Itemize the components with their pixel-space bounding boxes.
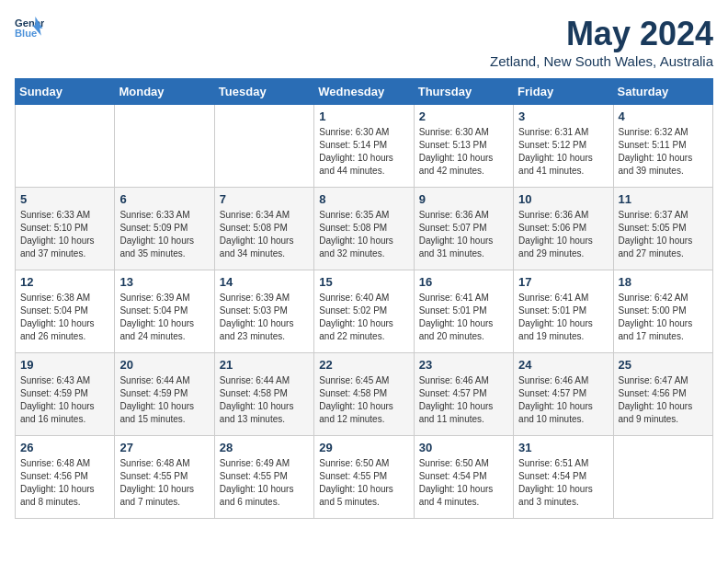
weekday-header-row: SundayMondayTuesdayWednesdayThursdayFrid…	[16, 79, 713, 105]
weekday-header-tuesday: Tuesday	[214, 79, 313, 105]
day-number: 14	[220, 275, 309, 289]
day-number: 20	[119, 358, 209, 372]
calendar-cell: 6Sunrise: 6:33 AM Sunset: 5:09 PM Daylig…	[115, 188, 214, 270]
weekday-header-monday: Monday	[115, 79, 214, 105]
calendar-cell: 16Sunrise: 6:41 AM Sunset: 5:01 PM Dayli…	[414, 270, 513, 353]
day-info: Sunrise: 6:37 AM Sunset: 5:05 PM Dayligh…	[619, 209, 708, 260]
day-number: 12	[20, 275, 109, 289]
week-row-5: 26Sunrise: 6:48 AM Sunset: 4:56 PM Dayli…	[16, 436, 713, 519]
calendar-cell: 29Sunrise: 6:50 AM Sunset: 4:55 PM Dayli…	[314, 436, 414, 519]
day-number: 11	[619, 192, 708, 206]
calendar-cell	[214, 105, 313, 188]
day-info: Sunrise: 6:42 AM Sunset: 5:00 PM Dayligh…	[619, 292, 708, 343]
day-info: Sunrise: 6:35 AM Sunset: 5:08 PM Dayligh…	[319, 209, 408, 260]
weekday-header-sunday: Sunday	[16, 79, 115, 105]
calendar-cell: 4Sunrise: 6:32 AM Sunset: 5:11 PM Daylig…	[613, 105, 712, 188]
day-info: Sunrise: 6:34 AM Sunset: 5:08 PM Dayligh…	[220, 209, 309, 260]
calendar-cell: 23Sunrise: 6:46 AM Sunset: 4:57 PM Dayli…	[414, 353, 513, 436]
logo: General Blue	[15, 15, 44, 40]
weekday-header-thursday: Thursday	[414, 79, 513, 105]
day-info: Sunrise: 6:41 AM Sunset: 5:01 PM Dayligh…	[518, 292, 608, 343]
day-info: Sunrise: 6:49 AM Sunset: 4:55 PM Dayligh…	[220, 457, 309, 509]
day-number: 13	[119, 275, 209, 289]
calendar-cell: 27Sunrise: 6:48 AM Sunset: 4:55 PM Dayli…	[115, 436, 214, 519]
svg-text:Blue: Blue	[15, 28, 37, 39]
day-info: Sunrise: 6:43 AM Sunset: 4:59 PM Dayligh…	[20, 374, 109, 426]
week-row-3: 12Sunrise: 6:38 AM Sunset: 5:04 PM Dayli…	[16, 270, 713, 353]
day-number: 21	[220, 358, 309, 372]
calendar-cell: 21Sunrise: 6:44 AM Sunset: 4:58 PM Dayli…	[214, 353, 313, 436]
day-number: 23	[419, 358, 508, 372]
logo-icon: General Blue	[15, 15, 44, 40]
day-number: 18	[619, 275, 708, 289]
day-number: 22	[319, 358, 408, 372]
day-number: 7	[220, 192, 309, 206]
day-info: Sunrise: 6:44 AM Sunset: 4:58 PM Dayligh…	[220, 374, 309, 426]
title-block: May 2024 Zetland, New South Wales, Austr…	[490, 15, 713, 69]
day-info: Sunrise: 6:50 AM Sunset: 4:54 PM Dayligh…	[419, 457, 508, 509]
day-number: 29	[319, 441, 408, 454]
page-header: General Blue May 2024 Zetland, New South…	[15, 15, 713, 69]
weekday-header-saturday: Saturday	[613, 79, 712, 105]
day-info: Sunrise: 6:44 AM Sunset: 4:59 PM Dayligh…	[119, 374, 209, 426]
weekday-header-friday: Friday	[514, 79, 613, 105]
calendar-cell	[115, 105, 214, 188]
day-number: 6	[119, 192, 209, 206]
day-info: Sunrise: 6:41 AM Sunset: 5:01 PM Dayligh…	[419, 292, 508, 343]
day-info: Sunrise: 6:31 AM Sunset: 5:12 PM Dayligh…	[518, 126, 608, 178]
day-number: 15	[319, 275, 408, 289]
day-number: 26	[20, 441, 109, 454]
day-info: Sunrise: 6:48 AM Sunset: 4:55 PM Dayligh…	[119, 457, 209, 509]
calendar-cell: 19Sunrise: 6:43 AM Sunset: 4:59 PM Dayli…	[16, 353, 115, 436]
week-row-1: 1Sunrise: 6:30 AM Sunset: 5:14 PM Daylig…	[16, 105, 713, 188]
day-info: Sunrise: 6:40 AM Sunset: 5:02 PM Dayligh…	[319, 292, 408, 343]
day-info: Sunrise: 6:33 AM Sunset: 5:10 PM Dayligh…	[20, 209, 109, 260]
day-number: 9	[419, 192, 508, 206]
calendar-cell: 26Sunrise: 6:48 AM Sunset: 4:56 PM Dayli…	[16, 436, 115, 519]
day-number: 17	[518, 275, 608, 289]
day-number: 4	[619, 109, 708, 123]
day-number: 24	[518, 358, 608, 372]
day-info: Sunrise: 6:50 AM Sunset: 4:55 PM Dayligh…	[319, 457, 408, 509]
day-number: 28	[220, 441, 309, 454]
calendar-cell: 30Sunrise: 6:50 AM Sunset: 4:54 PM Dayli…	[414, 436, 513, 519]
calendar-cell: 11Sunrise: 6:37 AM Sunset: 5:05 PM Dayli…	[613, 188, 712, 270]
day-info: Sunrise: 6:45 AM Sunset: 4:58 PM Dayligh…	[319, 374, 408, 426]
calendar-cell: 13Sunrise: 6:39 AM Sunset: 5:04 PM Dayli…	[115, 270, 214, 353]
calendar-cell: 10Sunrise: 6:36 AM Sunset: 5:06 PM Dayli…	[514, 188, 613, 270]
day-info: Sunrise: 6:30 AM Sunset: 5:13 PM Dayligh…	[419, 126, 508, 178]
calendar-cell: 9Sunrise: 6:36 AM Sunset: 5:07 PM Daylig…	[414, 188, 513, 270]
day-number: 19	[20, 358, 109, 372]
calendar-cell: 28Sunrise: 6:49 AM Sunset: 4:55 PM Dayli…	[214, 436, 313, 519]
calendar-cell: 7Sunrise: 6:34 AM Sunset: 5:08 PM Daylig…	[214, 188, 313, 270]
calendar-cell: 24Sunrise: 6:46 AM Sunset: 4:57 PM Dayli…	[514, 353, 613, 436]
day-info: Sunrise: 6:33 AM Sunset: 5:09 PM Dayligh…	[119, 209, 209, 260]
calendar-cell: 20Sunrise: 6:44 AM Sunset: 4:59 PM Dayli…	[115, 353, 214, 436]
calendar-cell: 15Sunrise: 6:40 AM Sunset: 5:02 PM Dayli…	[314, 270, 414, 353]
day-number: 31	[518, 441, 608, 454]
calendar-cell: 1Sunrise: 6:30 AM Sunset: 5:14 PM Daylig…	[314, 105, 414, 188]
day-info: Sunrise: 6:48 AM Sunset: 4:56 PM Dayligh…	[20, 457, 109, 509]
day-info: Sunrise: 6:36 AM Sunset: 5:06 PM Dayligh…	[518, 209, 608, 260]
day-number: 3	[518, 109, 608, 123]
calendar-cell: 22Sunrise: 6:45 AM Sunset: 4:58 PM Dayli…	[314, 353, 414, 436]
day-number: 5	[20, 192, 109, 206]
location: Zetland, New South Wales, Australia	[490, 53, 713, 69]
day-number: 27	[119, 441, 209, 454]
month-title: May 2024	[490, 15, 713, 53]
calendar-cell: 8Sunrise: 6:35 AM Sunset: 5:08 PM Daylig…	[314, 188, 414, 270]
day-info: Sunrise: 6:39 AM Sunset: 5:03 PM Dayligh…	[220, 292, 309, 343]
week-row-2: 5Sunrise: 6:33 AM Sunset: 5:10 PM Daylig…	[16, 188, 713, 270]
calendar-cell: 12Sunrise: 6:38 AM Sunset: 5:04 PM Dayli…	[16, 270, 115, 353]
day-number: 10	[518, 192, 608, 206]
day-number: 2	[419, 109, 508, 123]
day-info: Sunrise: 6:32 AM Sunset: 5:11 PM Dayligh…	[619, 126, 708, 178]
day-info: Sunrise: 6:46 AM Sunset: 4:57 PM Dayligh…	[518, 374, 608, 426]
day-number: 1	[319, 109, 408, 123]
calendar-table: SundayMondayTuesdayWednesdayThursdayFrid…	[15, 78, 713, 519]
day-number: 30	[419, 441, 508, 454]
week-row-4: 19Sunrise: 6:43 AM Sunset: 4:59 PM Dayli…	[16, 353, 713, 436]
day-info: Sunrise: 6:36 AM Sunset: 5:07 PM Dayligh…	[419, 209, 508, 260]
calendar-cell: 3Sunrise: 6:31 AM Sunset: 5:12 PM Daylig…	[514, 105, 613, 188]
calendar-cell: 31Sunrise: 6:51 AM Sunset: 4:54 PM Dayli…	[514, 436, 613, 519]
